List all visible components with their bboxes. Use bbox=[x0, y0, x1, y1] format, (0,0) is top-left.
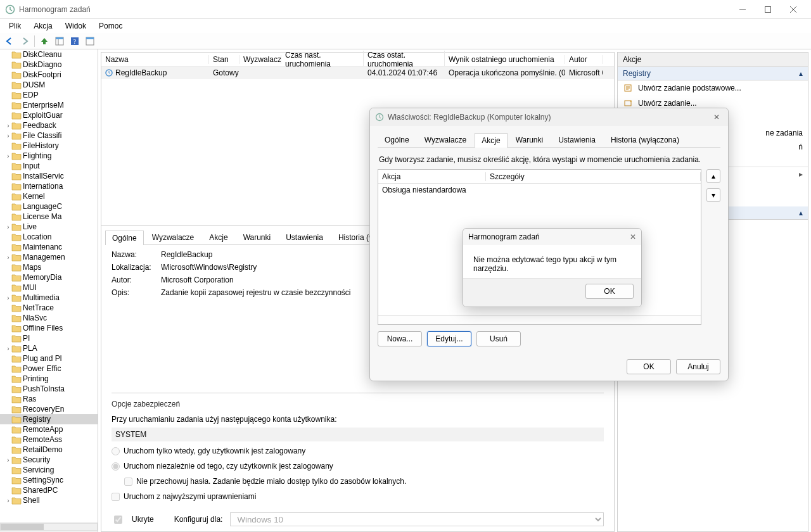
tree-item[interactable]: MemoryDia bbox=[0, 272, 98, 282]
menu-file[interactable]: Plik bbox=[3, 20, 27, 32]
tree-item[interactable]: Power Effic bbox=[0, 364, 98, 374]
dlg-tab-actions[interactable]: Akcje bbox=[475, 133, 507, 148]
tree-item[interactable]: Kernel bbox=[0, 191, 98, 201]
tree-item[interactable]: ›PLA bbox=[0, 343, 98, 353]
toolbar-pane-button[interactable] bbox=[53, 34, 67, 48]
tree-item[interactable]: ›Security bbox=[0, 455, 98, 465]
tree-item[interactable]: ›Shell bbox=[0, 495, 98, 505]
dlg-tab-settings[interactable]: Ustawienia bbox=[551, 132, 603, 147]
dialog-ok-button[interactable]: OK bbox=[627, 359, 671, 374]
tree-expander[interactable]: › bbox=[5, 122, 11, 129]
tree-item[interactable]: RetailDemo bbox=[0, 445, 98, 455]
tree-item[interactable]: ›File Classifi bbox=[0, 130, 98, 141]
tree-item[interactable]: Printing bbox=[0, 374, 98, 384]
actions-list-row[interactable]: Obsługa niestandardowa bbox=[378, 184, 701, 196]
tree-item[interactable]: RecoveryEn bbox=[0, 404, 98, 414]
nav-forward-button[interactable] bbox=[18, 34, 32, 48]
tree-expander[interactable]: › bbox=[5, 294, 11, 301]
tree-item[interactable]: Internationa bbox=[0, 181, 98, 191]
tree-item[interactable]: Plug and Pl bbox=[0, 353, 98, 364]
tree-item[interactable]: DUSM bbox=[0, 80, 98, 90]
tree-item[interactable]: Maintenanc bbox=[0, 242, 98, 252]
check-hidden[interactable] bbox=[114, 516, 122, 524]
radio-logged[interactable] bbox=[112, 447, 120, 455]
action-create-basic[interactable]: Utwórz zadanie podstawowe... bbox=[618, 80, 808, 96]
move-down-button[interactable]: ▾ bbox=[706, 188, 720, 202]
dlg-tab-history[interactable]: Historia (wyłączona) bbox=[604, 132, 686, 147]
tab-triggers[interactable]: Wyzwalacze bbox=[145, 230, 201, 244]
tab-settings[interactable]: Ustawienia bbox=[279, 230, 330, 244]
tree-item[interactable]: License Ma bbox=[0, 212, 98, 222]
radio-indep[interactable] bbox=[112, 462, 120, 471]
menu-view[interactable]: Widok bbox=[59, 20, 93, 32]
tree-item[interactable]: Ras bbox=[0, 394, 98, 404]
dlg-tab-general[interactable]: Ogólne bbox=[378, 132, 416, 147]
col-result[interactable]: Wynik ostatniego uruchomienia bbox=[445, 55, 565, 64]
tree-expander[interactable]: › bbox=[5, 132, 11, 139]
tab-general[interactable]: Ogólne bbox=[105, 231, 144, 245]
col-lastrun[interactable]: Czas ostat. uruchomienia bbox=[364, 51, 445, 68]
menu-help[interactable]: Pomoc bbox=[93, 20, 129, 32]
check-elev[interactable] bbox=[112, 493, 120, 501]
actions-section-header[interactable]: Registry ▴ bbox=[618, 67, 808, 80]
tree-item[interactable]: ›Feedback bbox=[0, 120, 98, 130]
tree-item[interactable]: Offline Files bbox=[0, 323, 98, 333]
dlg-tab-triggers[interactable]: Wyzwalacze bbox=[418, 132, 474, 147]
tree-hscrollbar[interactable] bbox=[0, 522, 98, 532]
tree-item[interactable]: Input bbox=[0, 161, 98, 171]
tree-item[interactable]: NetTrace bbox=[0, 303, 98, 313]
col-name[interactable]: Nazwa bbox=[101, 55, 209, 64]
nav-up-button[interactable] bbox=[37, 34, 51, 48]
tree-item[interactable]: SettingSync bbox=[0, 475, 98, 485]
col-nextrun[interactable]: Czas nast. uruchomienia bbox=[281, 51, 364, 68]
tree-item[interactable]: InstallServic bbox=[0, 171, 98, 181]
tree-item[interactable]: PI bbox=[0, 333, 98, 343]
col-triggers[interactable]: Wyzwalacze bbox=[239, 55, 281, 64]
check-nopw[interactable] bbox=[124, 478, 132, 486]
toolbar-preview-button[interactable] bbox=[83, 34, 97, 48]
delete-action-button[interactable]: Usuń bbox=[476, 331, 521, 346]
config-for-select[interactable]: Windows 10 bbox=[230, 512, 604, 526]
col-action-hdr[interactable]: Akcja bbox=[378, 172, 486, 181]
new-action-button[interactable]: Nowa... bbox=[378, 331, 422, 346]
tree-item[interactable]: ›Managemen bbox=[0, 252, 98, 262]
tree-expander[interactable]: › bbox=[5, 345, 11, 352]
dialog-close-button[interactable]: ✕ bbox=[710, 113, 723, 122]
tree-item[interactable]: NlaSvc bbox=[0, 313, 98, 323]
tree-item[interactable]: SharedPC bbox=[0, 485, 98, 495]
tree-item[interactable]: Maps bbox=[0, 262, 98, 272]
tree-item[interactable]: EDP bbox=[0, 90, 98, 100]
minimize-button[interactable] bbox=[730, 0, 755, 19]
tree-item[interactable]: Registry bbox=[0, 414, 98, 424]
tree-expander[interactable]: › bbox=[5, 254, 11, 261]
col-state[interactable]: Stan bbox=[209, 55, 239, 64]
maximize-button[interactable] bbox=[755, 0, 781, 19]
tree-expander[interactable]: › bbox=[5, 153, 11, 160]
col-details-hdr[interactable]: Szczegóły bbox=[486, 172, 701, 181]
tree-item[interactable]: PushToInsta bbox=[0, 384, 98, 394]
tab-actions[interactable]: Akcje bbox=[202, 230, 234, 244]
edit-action-button[interactable]: Edytuj... bbox=[427, 331, 471, 346]
menu-action[interactable]: Akcja bbox=[27, 20, 58, 32]
actions-list-hscroll[interactable] bbox=[378, 315, 701, 324]
tree-item[interactable]: Location bbox=[0, 232, 98, 242]
tree-item[interactable]: RemoteAss bbox=[0, 434, 98, 445]
tree-item[interactable]: ›Multimedia bbox=[0, 293, 98, 303]
close-button[interactable] bbox=[781, 0, 806, 19]
tree-item[interactable]: FileHistory bbox=[0, 141, 98, 151]
dialog-cancel-button[interactable]: Anuluj bbox=[676, 359, 720, 374]
tree-item[interactable]: RemoteApp bbox=[0, 424, 98, 434]
tree-scroll[interactable]: DiskCleanuDiskDiagnoDiskFootpriDUSMEDPEn… bbox=[0, 49, 98, 522]
col-author[interactable]: Autor bbox=[565, 55, 603, 64]
tree-expander[interactable]: › bbox=[5, 497, 11, 504]
toolbar-help-button[interactable]: ? bbox=[68, 34, 82, 48]
tree-expander[interactable]: › bbox=[5, 224, 11, 231]
dlg-tab-conditions[interactable]: Warunki bbox=[509, 132, 551, 147]
tree-item[interactable]: LanguageC bbox=[0, 201, 98, 212]
tree-item[interactable]: ExploitGuar bbox=[0, 110, 98, 120]
tree-item[interactable]: DiskDiagno bbox=[0, 60, 98, 70]
tree-item[interactable]: EnterpriseM bbox=[0, 100, 98, 110]
tree-expander[interactable]: › bbox=[5, 457, 11, 464]
tree-item[interactable]: ›Flighting bbox=[0, 151, 98, 161]
tab-conditions[interactable]: Warunki bbox=[236, 230, 278, 244]
